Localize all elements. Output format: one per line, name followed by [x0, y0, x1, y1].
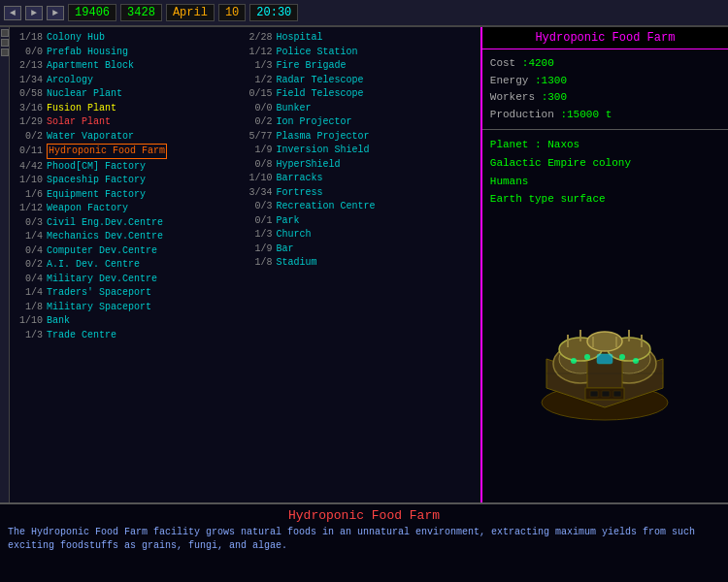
list-item: 0/15Field Telescope [245, 87, 474, 101]
list-item: 1/10Bank [16, 314, 245, 328]
building-count: 1/4 [16, 286, 43, 300]
building-name[interactable]: Military Spaceport [47, 301, 151, 314]
list-item: 0/1Park [245, 214, 474, 228]
building-name[interactable]: Prefab Housing [47, 46, 128, 59]
production-value: :15000 t [560, 109, 612, 120]
stat-day: 10 [218, 4, 246, 21]
building-name[interactable]: Apartment Block [47, 59, 134, 73]
building-count: 0/3 [245, 200, 272, 213]
building-name[interactable]: Civil Eng.Dev.Centre [47, 216, 163, 230]
list-item: 0/4Computer Dev.Centre [16, 244, 245, 258]
building-name[interactable]: Colony Hub [47, 31, 105, 45]
list-item: 1/18Colony Hub [16, 31, 245, 45]
list-item: 3/34Fortress [245, 186, 474, 200]
building-count: 0/3 [16, 216, 43, 230]
building-name[interactable]: Bank [47, 314, 70, 328]
nav-btn-2[interactable]: ► [25, 6, 43, 20]
list-item: 1/4Traders' Spaceport [16, 286, 245, 300]
building-count: 5/77 [245, 130, 272, 144]
building-count: 1/9 [245, 144, 272, 157]
building-name[interactable]: Ion Projector [276, 115, 351, 129]
building-name[interactable]: Field Telescope [276, 87, 363, 101]
building-name[interactable]: Trade Centre [47, 329, 116, 342]
building-count: 4/42 [16, 160, 43, 174]
building-count: 0/4 [16, 273, 43, 286]
list-item: 0/8HyperShield [245, 158, 474, 172]
scroll-handle[interactable] [1, 39, 9, 47]
building-name[interactable]: Solar Plant [47, 115, 111, 129]
building-name[interactable]: Inversion Shield [276, 144, 369, 157]
building-name[interactable]: Radar Telescope [276, 74, 363, 87]
list-item: 1/2Radar Telescope [245, 74, 474, 87]
stat-cost: Cost :4200 [490, 55, 720, 73]
building-name[interactable]: Barracks [276, 172, 322, 185]
scroll-down[interactable] [1, 48, 9, 56]
building-name[interactable]: Military Dev.Centre [47, 273, 157, 286]
building-name[interactable]: Fortress [276, 186, 322, 200]
list-item: 1/9Bar [245, 242, 474, 256]
main-area: 1/18Colony Hub0/0Prefab Housing2/13Apart… [10, 27, 728, 502]
building-name[interactable]: Weapon Factory [47, 202, 128, 215]
building-count: 0/8 [245, 158, 272, 172]
list-item: 1/4Mechanics Dev.Centre [16, 230, 245, 243]
building-count: 1/12 [16, 202, 43, 215]
building-name[interactable]: Church [276, 228, 311, 242]
building-name[interactable]: Traders' Spaceport [47, 286, 151, 300]
building-name[interactable]: Phood[CM] Factory [47, 160, 146, 174]
list-item: 1/6Equipment Factory [16, 188, 245, 202]
building-count: 1/3 [245, 228, 272, 242]
building-name[interactable]: Spaceship Factory [47, 174, 146, 187]
building-name[interactable]: A.I. Dev. Centre [47, 258, 140, 272]
list-item: 1/3Fire Brigade [245, 59, 474, 73]
stat-energy: Energy :1300 [490, 73, 720, 90]
building-name[interactable]: Arcology [47, 74, 93, 87]
building-count: 0/0 [16, 46, 43, 59]
stat-month: April [166, 4, 215, 21]
building-name[interactable]: Police Station [276, 46, 357, 59]
nav-btn-1[interactable]: ◄ [4, 6, 21, 20]
building-name[interactable]: Bunker [276, 102, 311, 115]
surface-type: Earth type surface [490, 190, 720, 209]
building-count: 1/4 [16, 230, 43, 243]
planet-name: Planet : Naxos [490, 136, 720, 154]
building-col-left: 1/18Colony Hub0/0Prefab Housing2/13Apart… [16, 31, 245, 499]
stat-credits: 19406 [68, 4, 116, 21]
building-name[interactable]: Plasma Projector [276, 130, 369, 144]
list-item: 1/8Stadium [245, 256, 474, 270]
building-count: 1/6 [16, 188, 43, 202]
list-item: 1/29Solar Plant [16, 115, 245, 129]
building-name[interactable]: Fusion Plant [47, 102, 116, 115]
building-name[interactable]: Fire Brigade [276, 59, 346, 73]
building-name[interactable]: Stadium [276, 256, 316, 270]
building-name[interactable]: Equipment Factory [47, 188, 146, 202]
description-title: Hydroponic Food Farm [8, 508, 720, 523]
planet-value: : Naxos [535, 139, 579, 150]
planet-label: Planet [490, 139, 529, 150]
list-item: 0/3Recreation Centre [245, 200, 474, 213]
building-name[interactable]: Computer Dev.Centre [47, 244, 157, 258]
energy-label: Energy [490, 75, 529, 86]
building-count: 1/10 [16, 174, 43, 187]
building-count: 0/15 [245, 87, 272, 101]
svg-point-19 [633, 358, 639, 364]
building-list: 1/18Colony Hub0/0Prefab Housing2/13Apart… [10, 27, 480, 502]
building-name[interactable]: Hydroponic Food Farm [47, 144, 167, 159]
building-count: 0/1 [245, 214, 272, 228]
building-name[interactable]: Water Vaporator [47, 130, 134, 144]
building-name[interactable]: Hospital [276, 31, 322, 45]
building-name[interactable]: Mechanics Dev.Centre [47, 230, 163, 243]
top-bar: ◄ ► ► 19406 3428 April 10 20:30 [0, 0, 728, 27]
list-item: 0/0Prefab Housing [16, 46, 245, 59]
building-image [482, 214, 728, 502]
nav-btn-3[interactable]: ► [47, 6, 64, 20]
building-name[interactable]: HyperShield [276, 158, 340, 172]
building-name[interactable]: Nuclear Plant [47, 87, 122, 101]
building-name[interactable]: Recreation Centre [276, 200, 375, 213]
building-count: 2/13 [16, 59, 43, 73]
building-name[interactable]: Park [276, 214, 299, 228]
building-count: 0/2 [16, 130, 43, 144]
building-name[interactable]: Bar [276, 242, 293, 256]
stat-workers: Workers :300 [490, 89, 720, 107]
scroll-up[interactable] [1, 29, 9, 37]
svg-point-17 [584, 354, 590, 360]
